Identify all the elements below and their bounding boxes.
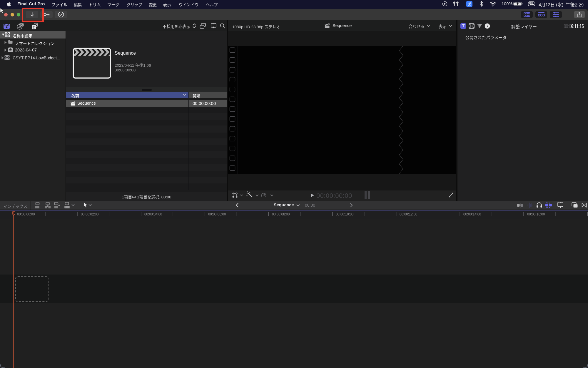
svg-text:i: i xyxy=(487,24,488,28)
svg-text:T: T xyxy=(33,25,35,29)
